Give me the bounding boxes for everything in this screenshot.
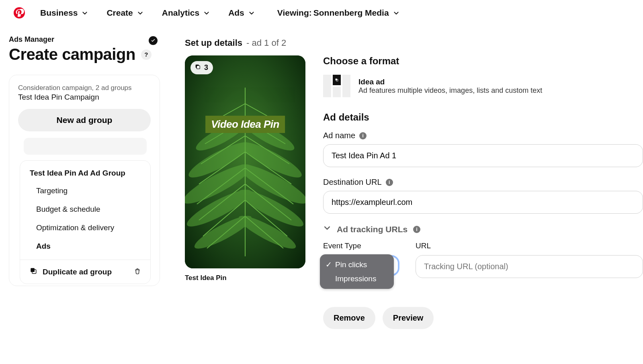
pages-count-badge: 3 — [190, 61, 213, 74]
chevron-down-icon — [393, 10, 399, 16]
adgroup-card: Test Idea Pin Ad Ad Group Targeting Budg… — [20, 160, 151, 284]
duplicate-icon — [30, 267, 37, 276]
nav-create[interactable]: Create — [106, 8, 142, 18]
event-option-pin-clicks[interactable]: ✓ Pin clicks — [320, 258, 394, 272]
nav-ads-label: Ads — [228, 8, 244, 18]
format-option-idea-ad[interactable]: Idea ad Ad features multiple videos, ima… — [323, 75, 643, 97]
stack-icon — [195, 63, 201, 72]
pinterest-logo-icon[interactable] — [14, 7, 25, 18]
ad-details-section-title: Ad details — [323, 112, 643, 123]
ad-name-input[interactable] — [323, 144, 643, 167]
sidebar-item-budget[interactable]: Budget & schedule — [20, 200, 150, 219]
idea-ad-icon — [323, 75, 350, 97]
chevron-down-icon — [137, 10, 143, 16]
chevron-down-icon — [323, 224, 331, 234]
info-icon[interactable]: i — [413, 226, 420, 233]
top-nav: Business Create Analytics Ads Viewing: S… — [0, 0, 643, 24]
tracking-url-label: URL — [416, 241, 643, 250]
campaign-card: Consideration campaign, 2 ad groups Test… — [9, 75, 160, 286]
remove-button[interactable]: Remove — [323, 307, 375, 329]
svg-rect-15 — [197, 65, 200, 69]
nav-analytics-label: Analytics — [162, 8, 199, 18]
sidebar-item-targeting[interactable]: Targeting — [20, 182, 150, 200]
event-option-label: Impressions — [335, 274, 376, 283]
preview-button[interactable]: Preview — [383, 307, 434, 329]
delete-adgroup-button[interactable] — [134, 268, 141, 276]
page-title: Create campaign — [9, 45, 135, 63]
nav-create-label: Create — [106, 8, 133, 18]
campaign-name: Test Idea Pin Campaign — [18, 93, 151, 102]
svg-rect-1 — [31, 268, 35, 272]
sidebar-item-optimization[interactable]: Optimization & delivery — [20, 219, 150, 237]
pages-count: 3 — [204, 63, 208, 72]
new-ad-group-button[interactable]: New ad group — [18, 109, 151, 131]
breadcrumb: Ads Manager — [9, 35, 160, 44]
chevron-down-icon — [203, 10, 209, 16]
duplicate-label: Duplicate ad group — [43, 268, 112, 276]
chevron-down-icon — [82, 10, 87, 16]
adgroup-name: Test Idea Pin Ad Ad Group — [20, 169, 150, 182]
status-complete-icon — [149, 36, 158, 45]
nav-viewing-prefix: Viewing: — [277, 8, 312, 18]
ad-name-label: Ad name — [323, 131, 355, 140]
campaign-subtitle: Consideration campaign, 2 ad groups — [18, 84, 151, 92]
event-type-label: Event Type — [323, 241, 403, 250]
event-type-dropdown: ✓ Pin clicks ✓ Impressions — [320, 254, 394, 289]
format-name: Idea ad — [358, 78, 542, 86]
nav-analytics[interactable]: Analytics — [162, 8, 209, 18]
format-desc: Ad features multiple videos, images, lis… — [358, 86, 542, 95]
info-icon[interactable]: i — [359, 132, 367, 139]
format-section-title: Choose a format — [323, 55, 643, 67]
check-icon: ✓ — [326, 260, 331, 269]
help-button[interactable]: ? — [141, 49, 152, 60]
nav-viewing[interactable]: Viewing: Sonnenberg Media — [277, 8, 399, 18]
destination-url-label: Destination URL — [323, 178, 382, 187]
event-option-impressions[interactable]: ✓ Impressions — [320, 272, 394, 286]
nav-ads[interactable]: Ads — [228, 8, 254, 18]
nav-viewing-account: Sonnenberg Media — [313, 8, 389, 18]
tracking-url-input[interactable] — [416, 255, 643, 278]
tracking-urls-label: Ad tracking URLs — [337, 225, 408, 234]
sidebar: Ads Manager Create campaign ? Considerat… — [0, 24, 169, 329]
tracking-urls-toggle[interactable]: Ad tracking URLs i — [323, 224, 643, 234]
chevron-down-icon — [248, 10, 254, 16]
destination-url-input[interactable] — [323, 191, 643, 214]
preview-overlay-text: Video Idea Pin — [205, 116, 285, 133]
duplicate-adgroup-button[interactable]: Duplicate ad group — [30, 267, 112, 276]
sidebar-item-ads[interactable]: Ads — [20, 237, 150, 256]
setup-title: Set up details — [185, 38, 242, 48]
main-content: Set up details - ad 1 of 2 — [169, 24, 643, 329]
event-option-label: Pin clicks — [335, 260, 367, 269]
setup-subtitle: - ad 1 of 2 — [246, 38, 286, 48]
nav-business[interactable]: Business — [40, 8, 87, 18]
adgroup-placeholder-strip — [24, 138, 147, 155]
info-icon[interactable]: i — [386, 179, 393, 186]
pin-preview[interactable]: 3 Video Idea Pin — [185, 55, 305, 268]
preview-caption: Test Idea Pin — [185, 274, 305, 282]
nav-business-label: Business — [40, 8, 78, 18]
